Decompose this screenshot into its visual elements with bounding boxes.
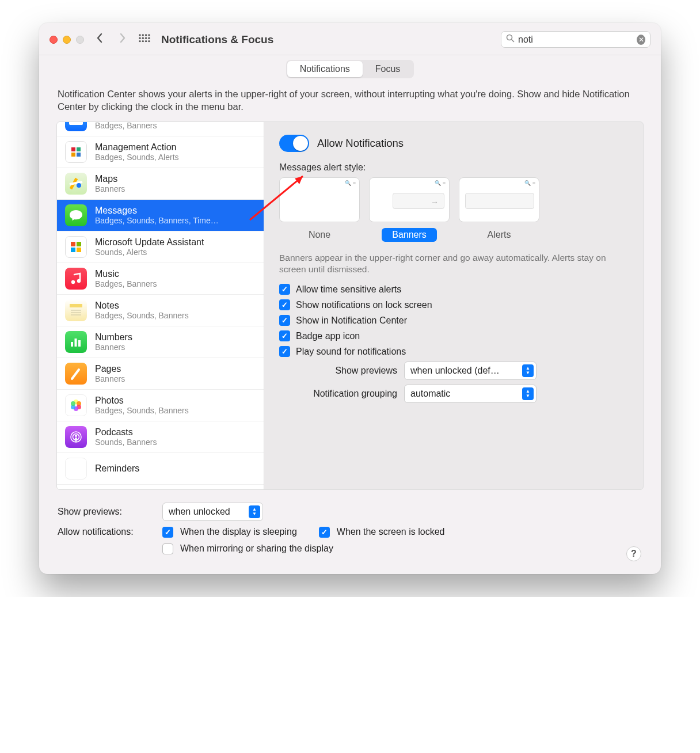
svg-point-41 bbox=[75, 435, 77, 437]
list-item[interactable]: MailBadges, Banners bbox=[57, 122, 264, 136]
alert-style-banners-label: Banners bbox=[382, 228, 437, 242]
show-previews-label: Show previews bbox=[279, 366, 397, 376]
app-sub: Badges, Sounds, Banners bbox=[95, 311, 189, 320]
svg-rect-32 bbox=[78, 340, 81, 347]
checkbox-badge[interactable]: ✓ bbox=[279, 330, 290, 341]
app-sub: Badges, Banners bbox=[95, 279, 157, 288]
checkbox-lock-screen[interactable]: ✓ bbox=[279, 299, 290, 310]
list-item[interactable]: PodcastsSounds, Banners bbox=[57, 421, 264, 453]
svg-point-8 bbox=[139, 40, 140, 41]
list-item[interactable]: MapsBanners bbox=[57, 168, 264, 200]
podcasts-icon bbox=[65, 426, 87, 448]
alert-style-alerts-label: Alerts bbox=[477, 228, 522, 242]
show-previews-value: when unlocked (def… bbox=[410, 366, 500, 376]
alert-style-banners[interactable]: 🔍 ≡→ bbox=[369, 177, 450, 222]
alert-style-none-label: None bbox=[298, 228, 341, 242]
titlebar: Notifications & Focus ✕ bbox=[39, 23, 661, 55]
global-show-previews-select[interactable]: when unlocked ▲▼ bbox=[162, 503, 263, 521]
checkbox-mirroring-label: When mirroring or sharing the display bbox=[180, 543, 333, 554]
tab-focus[interactable]: Focus bbox=[363, 61, 413, 77]
checkbox-sound[interactable]: ✓ bbox=[279, 346, 290, 357]
svg-point-9 bbox=[142, 40, 144, 41]
preferences-window: Notifications & Focus ✕ Notifications Fo… bbox=[39, 23, 661, 574]
tab-notifications[interactable]: Notifications bbox=[287, 61, 363, 77]
app-sub: Banners bbox=[95, 343, 132, 352]
clear-search-button[interactable]: ✕ bbox=[637, 35, 645, 45]
alert-style-hint: Banners appear in the upper-right corner… bbox=[279, 252, 628, 276]
svg-rect-22 bbox=[71, 248, 75, 252]
show-all-icon[interactable] bbox=[138, 33, 151, 46]
list-item[interactable]: PhotosBadges, Sounds, Banners bbox=[57, 390, 264, 421]
search-box[interactable]: ✕ bbox=[501, 31, 650, 48]
list-item-selected[interactable]: MessagesBadges, Sounds, Banners, Time… bbox=[57, 200, 264, 231]
checkbox-lock-screen-label: Show notifications on lock screen bbox=[296, 300, 432, 310]
list-item[interactable]: MusicBadges, Banners bbox=[57, 263, 264, 295]
main-panel: MailBadges, Banners Management ActionBad… bbox=[56, 121, 644, 490]
app-list[interactable]: MailBadges, Banners Management ActionBad… bbox=[57, 122, 264, 489]
svg-point-6 bbox=[145, 37, 147, 39]
app-sub: Sounds, Banners bbox=[95, 438, 157, 447]
checkbox-time-sensitive-label: Allow time sensitive alerts bbox=[296, 284, 401, 295]
svg-point-3 bbox=[148, 34, 150, 36]
forward-button[interactable] bbox=[115, 32, 130, 47]
list-item[interactable]: Management ActionBadges, Sounds, Alerts bbox=[57, 136, 264, 168]
svg-rect-20 bbox=[71, 242, 75, 246]
messages-icon bbox=[65, 204, 87, 226]
detail-pane: Allow Notifications Messages alert style… bbox=[264, 122, 643, 489]
app-sub: Banners bbox=[95, 374, 125, 383]
list-item[interactable]: NotesBadges, Sounds, Banners bbox=[57, 295, 264, 326]
alert-style-cards: 🔍 ≡ None 🔍 ≡→ Banners 🔍 ≡ Alerts bbox=[279, 177, 628, 242]
segmented-control: Notifications Focus bbox=[286, 60, 414, 78]
notification-grouping-select[interactable]: automatic ▲▼ bbox=[404, 385, 537, 403]
checkbox-notification-center[interactable]: ✓ bbox=[279, 315, 290, 326]
search-input[interactable] bbox=[518, 35, 633, 45]
alert-style-none[interactable]: 🔍 ≡ bbox=[279, 177, 360, 222]
app-sub: Banners bbox=[95, 184, 125, 193]
allow-notifications-toggle[interactable] bbox=[279, 135, 309, 152]
notes-icon bbox=[65, 299, 87, 321]
window-title: Notifications & Focus bbox=[161, 33, 273, 46]
app-sub: Badges, Banners bbox=[95, 122, 157, 130]
svg-rect-30 bbox=[71, 342, 73, 347]
svg-rect-31 bbox=[75, 339, 77, 347]
checkbox-notification-center-label: Show in Notification Center bbox=[296, 315, 407, 326]
checkbox-mirroring[interactable]: ✓ bbox=[162, 543, 173, 554]
app-name: Notes bbox=[95, 301, 189, 311]
numbers-icon bbox=[65, 331, 87, 353]
app-name: Maps bbox=[95, 174, 125, 184]
alert-style-alerts[interactable]: 🔍 ≡ bbox=[459, 177, 539, 222]
svg-rect-15 bbox=[71, 147, 75, 151]
svg-line-13 bbox=[512, 40, 514, 42]
notification-grouping-value: automatic bbox=[410, 389, 450, 399]
help-button[interactable]: ? bbox=[626, 546, 641, 561]
global-show-previews-label: Show previews: bbox=[58, 507, 155, 517]
app-sub: Badges, Sounds, Alerts bbox=[95, 153, 179, 162]
tabbar: Notifications Focus bbox=[56, 55, 644, 78]
show-previews-select[interactable]: when unlocked (def… ▲▼ bbox=[404, 362, 537, 380]
checkbox-time-sensitive[interactable]: ✓ bbox=[279, 284, 290, 295]
app-name: Podcasts bbox=[95, 427, 157, 438]
svg-point-25 bbox=[77, 279, 81, 282]
allow-notifications-label: Allow Notifications bbox=[317, 137, 404, 150]
zoom-button[interactable] bbox=[76, 36, 84, 44]
close-button[interactable] bbox=[50, 36, 58, 44]
pages-icon bbox=[65, 363, 87, 385]
search-icon bbox=[506, 34, 515, 45]
list-item[interactable]: PagesBanners bbox=[57, 358, 264, 390]
svg-point-38 bbox=[71, 401, 75, 406]
checkbox-sound-label: Play sound for notifications bbox=[296, 347, 406, 357]
app-name: Photos bbox=[95, 395, 189, 406]
minimize-button[interactable] bbox=[63, 36, 71, 44]
svg-point-24 bbox=[71, 280, 75, 283]
description-text: Notification Center shows your alerts in… bbox=[58, 88, 642, 113]
svg-point-7 bbox=[148, 37, 150, 39]
list-item[interactable]: Microsoft Update AssistantSounds, Alerts bbox=[57, 231, 264, 263]
list-item[interactable]: Reminders bbox=[57, 453, 264, 485]
checkbox-screen-locked[interactable]: ✓ bbox=[319, 527, 330, 538]
list-item[interactable]: NumbersBanners bbox=[57, 326, 264, 358]
svg-rect-23 bbox=[77, 248, 81, 252]
svg-point-11 bbox=[148, 40, 150, 41]
app-name: Microsoft Update Assistant bbox=[95, 237, 204, 248]
back-button[interactable] bbox=[92, 32, 107, 47]
checkbox-display-sleeping[interactable]: ✓ bbox=[162, 527, 173, 538]
